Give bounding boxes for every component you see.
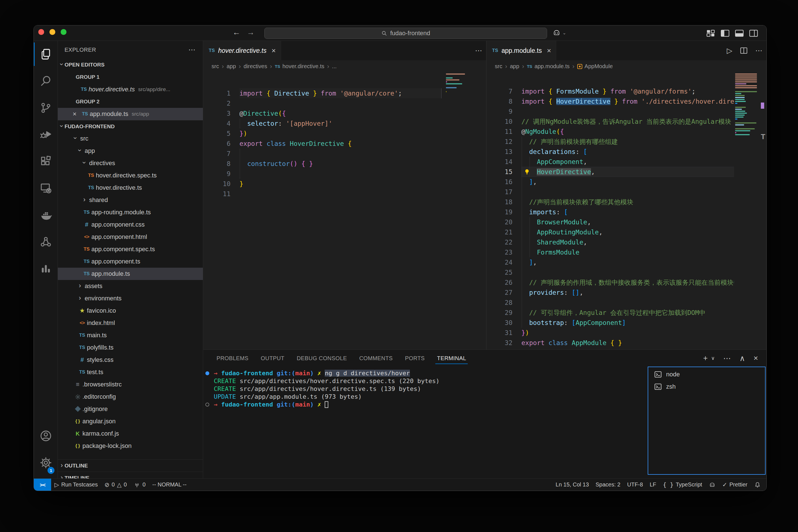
open-editors-header[interactable]: › OPEN EDITORS [58,59,203,71]
copilot-status[interactable] [705,479,719,491]
activity-bar-item-explorer[interactable] [34,41,58,68]
open-editor-item-app.module.ts[interactable]: ×TSapp.module.tssrc/app [58,108,203,120]
language-mode[interactable]: { } TypeScript [660,479,705,491]
tree-item-.gitignore[interactable]: .gitignore [58,403,203,415]
toggle-primary-sidebar-icon[interactable] [720,29,730,37]
tree-item-hover.directive.spec.ts[interactable]: TShover.directive.spec.ts [58,169,203,182]
tree-item-test.ts[interactable]: TStest.ts [58,366,203,378]
tree-item-environments[interactable]: ›environments [58,292,203,305]
outline-section-header[interactable]: › OUTLINE [58,459,203,472]
new-terminal-icon[interactable]: + [703,354,708,363]
toggle-secondary-sidebar-icon[interactable] [749,29,758,37]
activity-bar-item-search[interactable] [34,68,58,94]
minimap[interactable] [734,74,759,349]
tree-item-app.component.css[interactable]: #app.component.css [58,218,203,231]
editor-scrollbar[interactable]: T [759,72,766,349]
activity-bar-item-docker[interactable] [34,202,58,229]
tree-item-karma.conf.js[interactable]: Kkarma.conf.js [58,428,203,440]
terminal-tab-zsh[interactable]: zsh [648,381,765,393]
problems-status[interactable]: ⊘ 0 △ 0 [101,479,130,491]
tree-item-app.component.spec.ts[interactable]: TSapp.component.spec.ts [58,243,203,255]
panel-tab-ports[interactable]: PORTS [399,350,431,366]
run-testcases-button[interactable]: ▷ Run Testcases [51,479,101,491]
explorer-more-actions-icon[interactable]: ⋯ [188,45,196,54]
panel-more-actions-icon[interactable]: ⋯ [723,354,731,363]
tree-item-app[interactable]: ›app [58,145,203,157]
close-panel-icon[interactable]: × [754,354,758,363]
activity-bar-item-containers[interactable] [34,229,58,255]
run-file-icon[interactable]: ▷ [727,46,732,55]
breadcrumb-item[interactable]: src [495,63,502,70]
terminal-tab-node[interactable]: node [648,368,765,381]
panel-tab-terminal[interactable]: TERMINAL [431,350,472,366]
tree-item-polyfills.ts[interactable]: TSpolyfills.ts [58,341,203,354]
lightbulb-icon[interactable] [524,169,530,175]
breadcrumb[interactable]: src›app›TS app.module.ts› AppModule [487,60,766,72]
close-icon[interactable]: × [271,46,276,55]
tree-item-app.module.ts[interactable]: TSapp.module.ts [58,268,203,280]
tree-item-assets[interactable]: ›assets [58,280,203,292]
split-editor-icon[interactable] [740,46,748,55]
breadcrumb-item[interactable]: TS hover.directive.ts [275,63,324,70]
panel-tab-comments[interactable]: COMMENTS [353,350,399,366]
panel-tab-problems[interactable]: PROBLEMS [210,350,254,366]
close-icon[interactable]: × [547,46,551,55]
tree-item-.editorconfig[interactable]: .editorconfig [58,391,203,403]
editor-more-actions-icon[interactable]: ⋯ [475,46,482,55]
command-center-search[interactable]: fudao-frontend [264,28,547,39]
nav-forward-icon[interactable]: → [245,28,256,37]
toggle-panel-icon[interactable] [735,29,744,37]
tree-item-styles.css[interactable]: #styles.css [58,354,203,366]
vim-mode-indicator[interactable]: -- NORMAL -- [149,479,190,491]
open-editor-item-hover.directive.ts[interactable]: TShover.directive.tssrc/app/dire... [58,83,203,96]
activity-bar-item-chart[interactable] [34,255,58,282]
tab-hover.directive.ts[interactable]: TShover.directive.ts× [203,41,281,60]
terminal[interactable]: → fudao-frontend git:(main) ✗ ng g d dir… [203,366,648,478]
code-editor[interactable]: 1import { Directive } from '@angular/cor… [203,72,486,349]
tree-item-src[interactable]: ›src [58,132,203,145]
activity-bar-item-settings[interactable]: 1 [34,449,58,476]
activity-bar-item-run-debug[interactable] [34,121,58,148]
remote-indicator[interactable]: >< [34,479,51,491]
indentation-setting[interactable]: Spaces: 2 [592,479,624,491]
code-editor[interactable]: 7import { FormsModule } from '@angular/f… [487,72,766,349]
tab-app.module.ts[interactable]: TSapp.module.ts× [487,41,556,60]
tree-item-hover.directive.ts[interactable]: TShover.directive.ts [58,182,203,194]
tree-item-package-lock.json[interactable]: { }package-lock.json [58,440,203,452]
command-decoration-icon[interactable] [205,371,209,375]
breadcrumb-item[interactable]: ... [332,63,337,70]
window-close-button[interactable] [38,29,44,35]
tree-item-directives[interactable]: ›directives [58,157,203,169]
breadcrumb-item[interactable]: app [510,63,519,70]
breadcrumb[interactable]: src›app›directives›TS hover.directive.ts… [203,60,486,72]
breadcrumb-item[interactable]: src [211,63,219,70]
tree-item-app.component.ts[interactable]: TSapp.component.ts [58,255,203,268]
minimap[interactable] [445,74,467,349]
panel-tab-output[interactable]: OUTPUT [254,350,290,366]
command-decoration-icon[interactable] [205,403,209,406]
activity-bar-item-source-control[interactable] [34,94,58,121]
window-zoom-button[interactable] [61,29,66,35]
breadcrumb-item[interactable]: AppModule [577,63,613,70]
tree-item-app-routing.module.ts[interactable]: TSapp-routing.module.ts [58,206,203,218]
close-icon[interactable]: × [69,110,80,118]
breadcrumb-item[interactable]: TS app.module.ts [527,63,570,70]
panel-tab-debug-console[interactable]: DEBUG CONSOLE [290,350,353,366]
encoding-setting[interactable]: UTF-8 [624,479,646,491]
activity-bar-item-extensions[interactable] [34,148,58,175]
terminal-dropdown-icon[interactable]: ∨ [711,355,715,361]
formatter-status[interactable]: ✓ Prettier [719,479,751,491]
window-minimize-button[interactable] [50,29,55,35]
broadcast-status[interactable]: 0 [130,479,149,491]
copilot-menu[interactable]: ⌄ [552,28,566,37]
activity-bar-item-account[interactable] [34,422,58,449]
nav-back-icon[interactable]: ← [231,28,242,37]
activity-bar-item-remote-explorer[interactable] [34,175,58,202]
breadcrumb-item[interactable]: directives [244,63,267,70]
maximize-panel-icon[interactable]: ∧ [739,354,745,363]
editor-more-actions-icon[interactable]: ⋯ [755,46,762,55]
breadcrumb-item[interactable]: app [227,63,236,70]
project-section-header[interactable]: › FUDAO-FRONTEND [58,120,203,132]
tree-item-shared[interactable]: ›shared [58,194,203,206]
notifications-bell[interactable] [751,479,766,491]
